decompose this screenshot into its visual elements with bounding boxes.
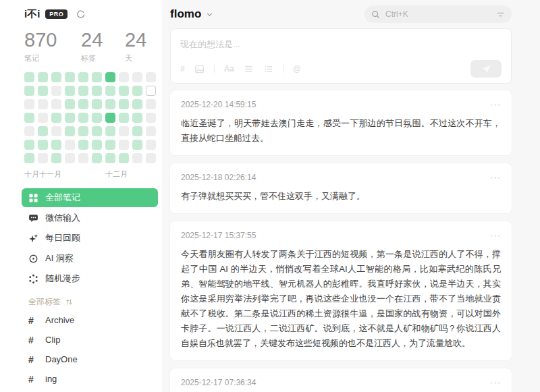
heatmap-cell <box>38 140 48 150</box>
heatmap-cell <box>65 99 75 109</box>
flomo-logo: flomo <box>170 7 201 21</box>
grid-icon <box>28 193 38 203</box>
heatmap-cell <box>24 72 34 82</box>
heatmap-cell <box>24 153 34 163</box>
memo-card: 2025-12-17 07:36:34 ··· 取消高考，恢复举孝廉多好！ 读 … <box>170 368 512 392</box>
heatmap-cell <box>78 140 88 150</box>
memo-input[interactable]: 现在的想法是... <box>180 38 502 51</box>
sidebar-item-ai-insight[interactable]: AI 洞察 <box>22 249 158 268</box>
more-menu-icon[interactable]: ··· <box>490 232 501 239</box>
image-tool-icon[interactable] <box>194 64 205 74</box>
tag-item-dayone[interactable]: # DayOne <box>22 349 158 369</box>
sidebar-item-daily-review[interactable]: 每日回顾 <box>22 229 158 248</box>
heatmap-cell <box>78 113 88 123</box>
heatmap-cell <box>146 86 156 96</box>
stat-days-label: 天 <box>125 53 146 63</box>
memo-timestamp: 2025-12-17 07:36:34 <box>181 378 256 387</box>
more-menu-icon[interactable]: ··· <box>490 174 501 181</box>
tag-label: Clip <box>45 335 60 345</box>
sidebar-item-all-memos[interactable]: 全部笔记 <box>22 188 158 207</box>
heatmap-cell <box>146 126 156 136</box>
stat-days-value: 24 <box>125 30 146 50</box>
insight-eye-icon <box>28 254 38 264</box>
hash-icon: # <box>28 374 38 385</box>
format-tool-icon[interactable]: Aa <box>224 64 234 74</box>
memo-content: 有子弹就想买买买，管不住这双手，又满融了。 <box>181 189 501 204</box>
heatmap-cell <box>92 140 102 150</box>
tag-item-now[interactable]: # Now <box>22 389 158 392</box>
heatmap-cell <box>38 72 48 82</box>
heatmap-cell <box>51 72 61 82</box>
sidebar-item-label: AI 洞察 <box>45 252 74 264</box>
toolbar-divider <box>283 65 284 73</box>
checklist-tool-icon[interactable] <box>263 64 273 74</box>
heatmap-cell <box>132 140 142 150</box>
sidebar-item-label: 微信输入 <box>45 212 80 224</box>
memo-card: 2025-12-20 14:59:15 ··· 临近圣诞了，明天带娃去澳门走走，… <box>170 90 512 155</box>
mention-tool-icon[interactable]: @ <box>293 64 301 74</box>
sync-refresh-icon[interactable] <box>76 9 86 20</box>
heatmap-cell <box>105 86 115 96</box>
memo-header: 2025-12-20 14:59:15 ··· <box>181 99 501 110</box>
heatmap-cell <box>146 72 156 82</box>
heatmap-cell <box>119 113 129 123</box>
memo-timestamp: 2025-12-20 14:59:15 <box>181 100 256 109</box>
heatmap-cell <box>78 72 88 82</box>
heatmap-cell <box>51 113 61 123</box>
tag-item-archive[interactable]: # Archive <box>22 310 158 330</box>
heatmap-cell <box>132 72 142 82</box>
tag-item-clip[interactable]: # Clip <box>22 330 158 349</box>
stat-memos: 870 笔记 <box>24 30 81 63</box>
heatmap-cell <box>38 99 48 109</box>
more-menu-icon[interactable]: ··· <box>490 101 501 108</box>
hash-icon: # <box>28 315 38 326</box>
heatmap-cell <box>38 126 48 136</box>
wechat-bubble-icon <box>28 213 38 223</box>
stat-memos-label: 笔记 <box>24 53 81 63</box>
heatmap-cell <box>146 99 156 109</box>
month-label: 十一月 <box>39 169 61 179</box>
heatmap-cell <box>132 113 142 123</box>
tag-label: ing <box>45 374 57 384</box>
heatmap-cell <box>132 99 142 109</box>
stat-days: 24 天 <box>125 30 146 63</box>
heatmap-cell <box>119 72 129 82</box>
editor-toolbar: # Aa <box>180 60 502 78</box>
heatmap-cell <box>78 153 88 163</box>
sidebar-item-random-walk[interactable]: 随机漫步 <box>22 269 158 288</box>
sidebar-item-label: 随机漫步 <box>45 273 80 285</box>
heatmap-cell <box>132 126 142 136</box>
month-label: 十月 <box>24 169 39 179</box>
month-label: 十二月 <box>105 169 128 179</box>
sidebar-item-label: 全部笔记 <box>45 192 80 204</box>
stat-tags-value: 24 <box>81 30 125 50</box>
sidebar-item-wechat-input[interactable]: 微信输入 <box>22 208 158 227</box>
list-tool-icon[interactable] <box>244 64 254 74</box>
memo-card: 2025-12-17 15:37:55 ··· 今天看朋友圈有人转发了两条关于江… <box>170 221 512 360</box>
tag-label: DayOne <box>45 354 78 364</box>
heatmap-cell <box>24 140 34 150</box>
heatmap-cell <box>92 113 102 123</box>
heatmap-cell <box>105 140 115 150</box>
hash-tool-icon[interactable]: # <box>180 64 185 74</box>
logo-menu[interactable]: flomo <box>170 7 213 21</box>
sort-icon[interactable] <box>65 298 73 306</box>
sparkles-icon <box>28 233 38 244</box>
heatmap-cell <box>92 99 102 109</box>
heatmap-cell <box>119 140 129 150</box>
search-input[interactable] <box>384 9 496 20</box>
tags-header-label: 全部标签 <box>28 296 61 308</box>
heatmap-months: 十月 十一月 十二月 <box>24 169 158 179</box>
memo-header: 2025-12-17 07:36:34 ··· <box>181 377 501 388</box>
more-menu-icon[interactable]: ··· <box>490 379 501 386</box>
tag-label: Archive <box>45 315 74 325</box>
tag-item-ing[interactable]: # ing <box>22 369 158 389</box>
heatmap-cell <box>78 126 88 136</box>
memo-content: 临近圣诞了，明天带娃去澳门走走，感受一下那边的节日氛围。不过这次不开车，直接从蛇… <box>181 116 501 146</box>
filter-icon[interactable] <box>496 10 505 19</box>
heatmap-cell <box>146 153 156 163</box>
heatmap-cell <box>51 140 61 150</box>
heatmap-cell <box>92 153 102 163</box>
sidebar-item-label: 每日回顾 <box>45 232 80 244</box>
send-button[interactable] <box>470 60 502 78</box>
